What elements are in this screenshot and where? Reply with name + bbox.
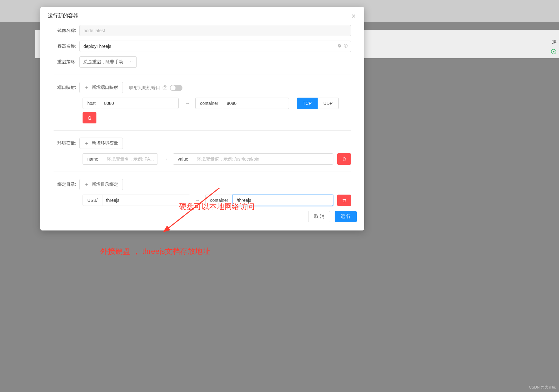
host-port-input[interactable] [100,98,179,109]
bind-mount-label: 绑定目录: [54,182,79,187]
svg-point-6 [346,45,346,45]
random-port-toggle[interactable] [170,85,182,91]
help-icon[interactable]: ? [163,85,167,90]
run-container-modal: 运行新的容器 镜像名称: 容器名称: 重启策略: [40,7,364,230]
container-name-input[interactable] [79,41,351,52]
delete-bind-button[interactable] [337,195,351,206]
add-port-label: 新增端口映射 [92,85,118,90]
udp-button[interactable]: UDP [318,98,339,109]
add-port-button[interactable]: ＋ 新增端口映射 [79,82,123,93]
port-mapping-label: 端口映射: [54,85,79,90]
chevron-down-icon [130,60,133,65]
restart-policy-label: 重启策略: [54,59,79,65]
bind-host-prefix: USB/ [83,195,102,206]
close-icon[interactable] [350,13,357,19]
clear-icon[interactable] [337,44,342,49]
watermark: CSDN @大青虫 [529,385,556,390]
add-bind-label: 新增目录绑定 [92,182,118,187]
info-icon[interactable] [343,44,348,49]
bind-container-prefix: container [205,195,233,206]
delete-env-button[interactable] [337,153,351,165]
plus-icon: ＋ [84,84,89,91]
delete-port-button[interactable] [83,112,96,123]
env-name-input[interactable] [103,153,158,165]
plus-icon: ＋ [84,140,89,147]
modal-title: 运行新的容器 [48,13,78,19]
env-var-label: 环境变量: [54,140,79,146]
bg-column-header: 操 [552,39,556,45]
trash-icon [342,198,347,203]
image-name-label: 镜像名称: [54,28,79,33]
trash-icon [87,116,92,120]
env-value-input[interactable] [193,153,334,165]
plus-icon: ＋ [84,181,89,188]
tcp-button[interactable]: TCP [297,98,318,109]
trash-icon [342,157,347,162]
image-name-input[interactable] [79,25,351,36]
play-icon [551,49,556,55]
env-value-prefix: value [173,153,193,165]
arrow-right-icon: → [184,100,192,106]
bind-container-input[interactable] [233,195,333,206]
add-env-button[interactable]: ＋ 新增环境变量 [79,138,123,149]
add-bind-button[interactable]: ＋ 新增目录绑定 [79,179,123,190]
cancel-button[interactable]: 取 消 [308,211,330,222]
container-port-prefix: container [195,98,223,109]
bind-host-input[interactable] [102,195,190,206]
container-port-input[interactable] [223,98,289,109]
arrow-right-icon: → [162,156,169,162]
arrow-right-icon: → [194,197,202,203]
random-port-label: 映射到随机端口 [129,85,160,91]
env-name-prefix: name [83,153,103,165]
add-env-label: 新增环境变量 [92,140,118,146]
run-button[interactable]: 运 行 [335,211,357,222]
restart-policy-select[interactable]: 总是重启，除非手动... [79,56,137,68]
container-name-label: 容器名称: [54,43,79,49]
host-port-prefix: host [83,98,100,109]
